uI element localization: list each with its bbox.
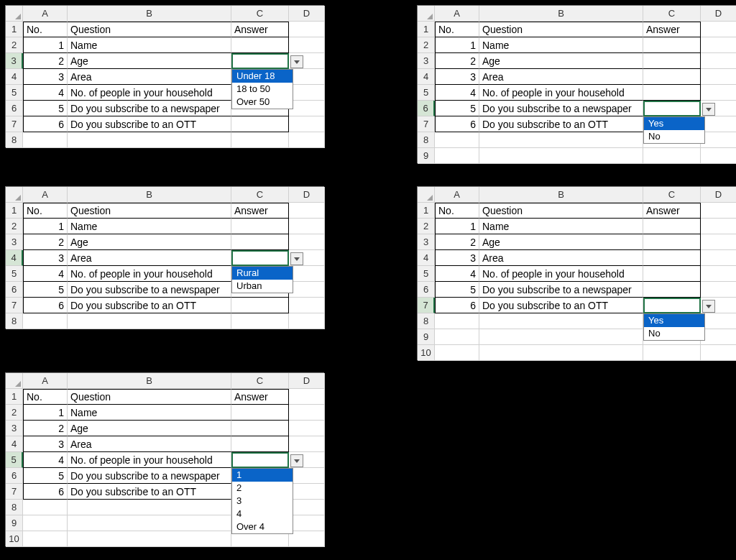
cell[interactable]: [479, 329, 643, 345]
row-header[interactable]: 2: [6, 219, 23, 234]
column-header[interactable]: B: [68, 6, 231, 22]
cell[interactable]: [289, 132, 325, 148]
cell[interactable]: [231, 405, 289, 421]
cell[interactable]: No.: [23, 389, 68, 405]
select-all-corner[interactable]: [6, 187, 23, 203]
cell[interactable]: [643, 250, 701, 266]
cell[interactable]: 2: [435, 53, 479, 69]
row-header[interactable]: 1: [418, 203, 435, 219]
cell[interactable]: 2: [23, 234, 68, 250]
cell[interactable]: [479, 313, 643, 329]
cell[interactable]: [23, 132, 68, 148]
cell[interactable]: [643, 345, 701, 361]
cell[interactable]: No.: [23, 22, 68, 37]
cell[interactable]: 1: [435, 37, 479, 53]
row-header[interactable]: 6: [6, 282, 23, 298]
cell[interactable]: Do you subscribe to a newspaper: [68, 282, 231, 298]
row-header[interactable]: 8: [6, 132, 23, 148]
column-header[interactable]: D: [289, 6, 325, 22]
row-header[interactable]: 10: [6, 531, 23, 547]
cell[interactable]: [289, 85, 325, 101]
cell[interactable]: [289, 298, 325, 313]
dropdown-button[interactable]: [290, 252, 303, 265]
cell[interactable]: 3: [435, 250, 479, 266]
selected-cell[interactable]: [231, 452, 289, 468]
cell[interactable]: 1: [23, 405, 68, 421]
select-all-corner[interactable]: [418, 6, 435, 22]
cell[interactable]: 6: [435, 116, 479, 132]
cell[interactable]: 3: [23, 69, 68, 85]
cell[interactable]: No.: [435, 22, 479, 37]
cell[interactable]: Answer: [231, 203, 289, 219]
row-header[interactable]: 2: [418, 37, 435, 53]
row-header[interactable]: 3: [6, 421, 23, 436]
cell[interactable]: Do you subscribe to an OTT: [479, 116, 643, 132]
cell[interactable]: Area: [68, 69, 231, 85]
cell[interactable]: [435, 313, 479, 329]
cell[interactable]: [289, 266, 325, 282]
cell[interactable]: Do you subscribe to a newspaper: [479, 282, 643, 298]
column-header[interactable]: B: [68, 187, 231, 203]
cell[interactable]: 6: [435, 298, 479, 313]
cell[interactable]: Name: [68, 37, 231, 53]
cell[interactable]: [701, 37, 736, 53]
cell[interactable]: 5: [435, 282, 479, 298]
cell[interactable]: [23, 531, 68, 547]
cell[interactable]: Answer: [643, 203, 701, 219]
select-all-corner[interactable]: [418, 187, 435, 203]
select-all-corner[interactable]: [6, 373, 23, 389]
cell[interactable]: Age: [68, 421, 231, 436]
cell[interactable]: 4: [23, 452, 68, 468]
row-header[interactable]: 1: [6, 22, 23, 37]
cell[interactable]: 5: [23, 282, 68, 298]
row-header[interactable]: 4: [6, 436, 23, 452]
dropdown-option[interactable]: Over 4: [232, 520, 293, 533]
cell[interactable]: 4: [23, 85, 68, 101]
row-header[interactable]: 1: [418, 22, 435, 37]
row-header[interactable]: 7: [6, 484, 23, 500]
cell[interactable]: [68, 132, 231, 148]
cell[interactable]: No. of people in your household: [479, 85, 643, 101]
row-header[interactable]: 8: [418, 132, 435, 148]
cell[interactable]: No.: [23, 203, 68, 219]
cell[interactable]: Answer: [231, 389, 289, 405]
cell[interactable]: [289, 219, 325, 234]
cell[interactable]: [479, 345, 643, 361]
cell[interactable]: [231, 234, 289, 250]
cell[interactable]: [231, 313, 289, 329]
row-header[interactable]: 9: [418, 148, 435, 164]
row-header[interactable]: 9: [6, 515, 23, 531]
dropdown-button[interactable]: [290, 55, 303, 68]
cell[interactable]: Age: [68, 234, 231, 250]
row-header[interactable]: 5: [418, 85, 435, 101]
cell[interactable]: Age: [479, 234, 643, 250]
cell[interactable]: [289, 421, 325, 436]
column-header[interactable]: A: [23, 6, 68, 22]
row-header[interactable]: 8: [6, 500, 23, 515]
cell[interactable]: [701, 69, 736, 85]
cell[interactable]: [643, 69, 701, 85]
cell[interactable]: [231, 37, 289, 53]
column-header[interactable]: B: [479, 6, 643, 22]
dropdown-option[interactable]: Under 18: [232, 70, 293, 83]
cell[interactable]: 2: [23, 53, 68, 69]
row-header[interactable]: 3: [6, 234, 23, 250]
cell[interactable]: [289, 484, 325, 500]
dropdown-option[interactable]: Rural: [232, 267, 293, 280]
cell[interactable]: 1: [435, 219, 479, 234]
cell[interactable]: [289, 515, 325, 531]
cell[interactable]: [289, 436, 325, 452]
cell[interactable]: [23, 500, 68, 515]
row-header[interactable]: 2: [6, 405, 23, 421]
column-header[interactable]: D: [289, 373, 325, 389]
cell[interactable]: [479, 132, 643, 148]
row-header[interactable]: 5: [6, 85, 23, 101]
cell[interactable]: [435, 132, 479, 148]
column-header[interactable]: A: [23, 373, 68, 389]
cell[interactable]: Question: [68, 22, 231, 37]
cell[interactable]: Name: [68, 405, 231, 421]
cell[interactable]: 2: [435, 234, 479, 250]
cell[interactable]: [289, 101, 325, 116]
cell[interactable]: Area: [479, 250, 643, 266]
cell[interactable]: Do you subscribe to a newspaper: [68, 468, 231, 484]
